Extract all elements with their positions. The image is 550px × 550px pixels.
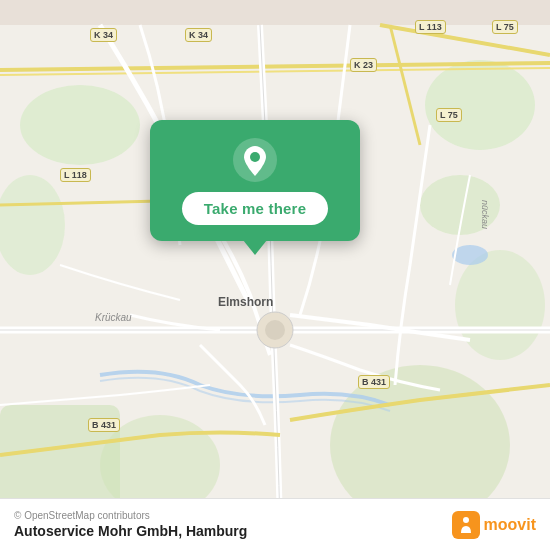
location-name: Autoservice Mohr GmbH, Hamburg	[14, 523, 247, 539]
svg-point-9	[452, 245, 488, 265]
moovit-text: moovit	[484, 516, 536, 534]
kruckau-label-1: Krückau	[95, 312, 132, 323]
svg-point-21	[463, 517, 469, 523]
road-label-k34-2: K 34	[185, 28, 212, 42]
road-label-b431-1: B 431	[88, 418, 120, 432]
bottom-bar: © OpenStreetMap contributors Autoservice…	[0, 498, 550, 550]
road-label-b431-2: B 431	[358, 375, 390, 389]
take-me-there-button[interactable]: Take me there	[182, 192, 328, 225]
kruckau-label-2: nückau	[480, 200, 490, 229]
moovit-icon	[452, 511, 480, 539]
road-label-l75-1: L 75	[492, 20, 518, 34]
svg-point-5	[455, 250, 545, 360]
map-container: K 34 K 34 L 113 L 75 K 23 L 75 L 118 B 4…	[0, 0, 550, 550]
road-label-l113: L 113	[415, 20, 446, 34]
svg-point-20	[250, 152, 260, 162]
moovit-logo: moovit	[452, 511, 536, 539]
road-label-l75-2: L 75	[436, 108, 462, 122]
elmshorn-label: Elmshorn	[218, 295, 273, 309]
location-pin-icon	[233, 138, 277, 182]
svg-point-18	[265, 320, 285, 340]
road-label-k34-1: K 34	[90, 28, 117, 42]
road-label-k23: K 23	[350, 58, 377, 72]
svg-point-3	[425, 60, 535, 150]
bottom-bar-info: © OpenStreetMap contributors Autoservice…	[14, 510, 247, 539]
road-label-l118: L 118	[60, 168, 91, 182]
popup-card: Take me there	[150, 120, 360, 241]
copyright-text: © OpenStreetMap contributors	[14, 510, 247, 521]
map-background	[0, 0, 550, 550]
svg-point-1	[20, 85, 140, 165]
